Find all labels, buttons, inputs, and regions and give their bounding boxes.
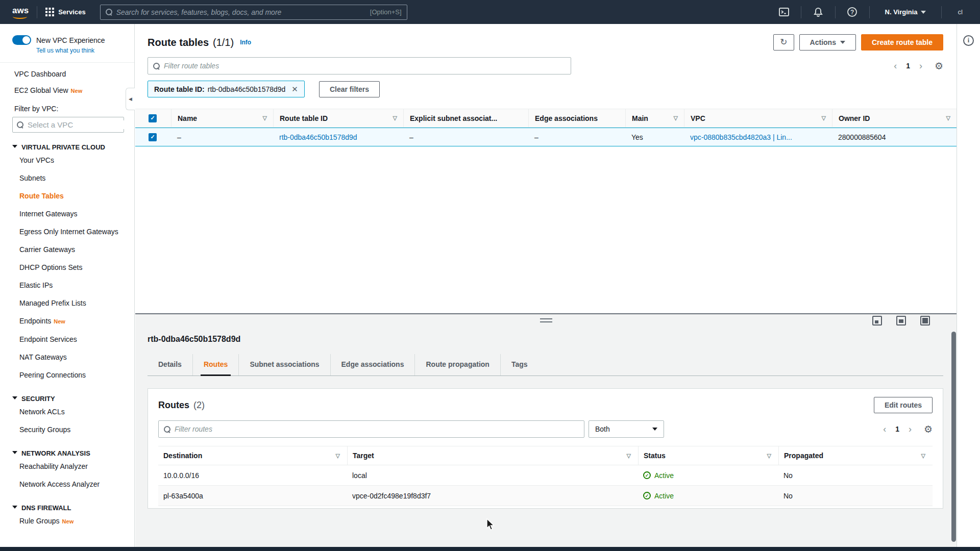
table-row[interactable]: ✓ – rtb-0dba46c50b1578d9d – – Yes vpc-08…	[135, 128, 957, 146]
sidebar-item-egress-only-internet-gateways[interactable]: Egress Only Internet Gateways	[0, 223, 134, 241]
sidebar-item-peering-connections[interactable]: Peering Connections	[0, 366, 134, 384]
sidebar-item-nat-gateways[interactable]: NAT Gateways	[0, 348, 134, 366]
routes-table: Destination▽ Target▽ Status▽ Propagated▽…	[158, 446, 933, 506]
sidebar-item-network-access-analyzer[interactable]: Network Access Analyzer	[0, 475, 134, 493]
sidebar-item-internet-gateways[interactable]: Internet Gateways	[0, 205, 134, 223]
tab-routes[interactable]: Routes	[192, 354, 238, 375]
sidebar-item-endpoint-services[interactable]: Endpoint Services	[0, 331, 134, 348]
sort-icon[interactable]: ▽	[921, 453, 925, 459]
chevron-down-icon	[12, 506, 17, 509]
info-icon[interactable]: i	[963, 35, 974, 46]
sidebar-item-dhcp-options-sets[interactable]: DHCP Options Sets	[0, 259, 134, 277]
remove-filter-icon[interactable]: ✕	[291, 85, 298, 94]
routes-filter[interactable]	[158, 420, 584, 438]
cell-target-link[interactable]: vpce-0d2fc498e19f8d3f7	[347, 492, 638, 500]
sidebar-item-managed-prefix-lists[interactable]: Managed Prefix Lists	[0, 294, 134, 312]
sort-icon[interactable]: ▽	[263, 115, 267, 121]
detail-tabs: Details Routes Subnet associations Edge …	[148, 354, 943, 376]
routes-filter-input[interactable]	[175, 425, 579, 433]
sort-icon[interactable]: ▽	[767, 453, 771, 459]
sidebar-collapse-button[interactable]: ◀	[126, 88, 135, 110]
sidebar-item-carrier-gateways[interactable]: Carrier Gateways	[0, 241, 134, 259]
cell-destination: 10.0.0.0/16	[158, 471, 347, 480]
sidebar-item-route-tables[interactable]: Route Tables	[0, 187, 134, 205]
sidebar-item-subnets[interactable]: Subnets	[0, 169, 134, 187]
row-checkbox[interactable]: ✓	[149, 133, 157, 141]
settings-gear-icon[interactable]: ⚙	[935, 60, 943, 72]
sidebar-item-elastic-ips[interactable]: Elastic IPs	[0, 277, 134, 294]
region-selector[interactable]: N. Virginia	[878, 8, 933, 16]
previous-page-button[interactable]: ‹	[894, 62, 897, 69]
feedback-link[interactable]: Tell us what you think	[36, 47, 134, 54]
sidebar-item-ec2-global-view[interactable]: EC2 Global ViewNew	[0, 82, 134, 98]
sidebar-section-header[interactable]: NETWORK ANALYSIS	[0, 449, 134, 458]
help-icon[interactable]: ?	[844, 7, 861, 17]
sort-icon[interactable]: ▽	[674, 115, 678, 121]
layout-bottom-panel-icon[interactable]	[872, 316, 882, 325]
route-tables-filter[interactable]	[148, 57, 571, 74]
route-tables-filter-input[interactable]	[164, 62, 566, 70]
tab-route-propagation[interactable]: Route propagation	[414, 354, 500, 375]
global-search[interactable]: [Option+S]	[100, 5, 407, 20]
aws-logo[interactable]: aws	[12, 6, 29, 19]
create-route-table-button[interactable]: Create route table	[861, 34, 943, 51]
cell-edge-associations: –	[528, 133, 625, 141]
notifications-bell-icon[interactable]	[810, 7, 827, 17]
edit-routes-button[interactable]: Edit routes	[874, 397, 933, 413]
sidebar-item-rule-groups[interactable]: Rule GroupsNew	[0, 512, 134, 531]
splitter-drag-handle[interactable]	[540, 318, 552, 322]
sidebar-item-endpoints[interactable]: EndpointsNew	[0, 312, 134, 331]
panel-splitter	[135, 313, 957, 327]
sort-icon[interactable]: ▽	[393, 115, 397, 121]
sidebar-item-security-groups[interactable]: Security Groups	[0, 421, 134, 439]
vpc-select-input[interactable]	[28, 120, 129, 129]
sidebar-item-network-acls[interactable]: Network ACLs	[0, 403, 134, 421]
detail-panel: rtb-0dba46c50b1578d9d Details Routes Sub…	[135, 327, 957, 547]
sort-icon[interactable]: ▽	[946, 115, 950, 121]
sidebar-section-header[interactable]: DNS FIREWALL	[0, 504, 134, 512]
previous-page-button[interactable]: ‹	[883, 425, 886, 433]
sort-icon[interactable]: ▽	[336, 453, 340, 459]
next-page-button[interactable]: ›	[919, 62, 922, 69]
refresh-button[interactable]: ↻	[773, 34, 794, 51]
sidebar-section-header[interactable]: VIRTUAL PRIVATE CLOUD	[0, 143, 134, 152]
sidebar-item-reachability-analyzer[interactable]: Reachability Analyzer	[0, 458, 134, 475]
chevron-down-icon	[12, 145, 17, 148]
cloudshell-icon[interactable]	[775, 8, 793, 16]
global-search-input[interactable]	[116, 8, 370, 16]
layout-full-panel-icon[interactable]	[920, 316, 930, 325]
new-vpc-experience-toggle[interactable]	[12, 35, 31, 45]
tab-tags[interactable]: Tags	[500, 354, 538, 375]
cell-destination-link[interactable]: pl-63a5400a	[158, 492, 347, 500]
tab-details[interactable]: Details	[148, 354, 192, 375]
sidebar: New VPC Experience Tell us what you thin…	[0, 24, 135, 547]
select-all-checkbox[interactable]: ✓	[149, 114, 157, 122]
sidebar-item-vpc-dashboard[interactable]: VPC Dashboard	[0, 66, 134, 82]
scrollbar-thumb[interactable]	[951, 332, 956, 542]
clear-filters-button[interactable]: Clear filters	[319, 81, 380, 97]
sort-icon[interactable]: ▽	[822, 115, 826, 121]
page-number[interactable]: 1	[906, 62, 910, 70]
cell-status: ✓ Active	[638, 492, 778, 500]
sidebar-item-your-vpcs[interactable]: Your VPCs	[0, 152, 134, 169]
routes-scope-select[interactable]: Both	[589, 420, 664, 438]
vpc-select[interactable]	[12, 117, 124, 133]
table-row[interactable]: pl-63a5400a vpce-0d2fc498e19f8d3f7 ✓ Act…	[158, 486, 933, 506]
layout-split-panel-icon[interactable]	[896, 316, 906, 325]
actions-button[interactable]: Actions	[799, 34, 856, 51]
table-row[interactable]: 10.0.0.0/16 local ✓ Active No	[158, 465, 933, 486]
account-menu[interactable]: cl	[950, 8, 971, 16]
services-menu-button[interactable]: Services	[45, 8, 86, 16]
cell-route-table-id-link[interactable]: rtb-0dba46c50b1578d9d	[273, 133, 403, 141]
cell-target: local	[347, 471, 638, 480]
tab-subnet-associations[interactable]: Subnet associations	[238, 354, 330, 375]
settings-gear-icon[interactable]: ⚙	[924, 423, 933, 435]
page-number[interactable]: 1	[895, 425, 899, 433]
info-link[interactable]: Info	[240, 39, 251, 46]
sidebar-section-header[interactable]: SECURITY	[0, 394, 134, 403]
next-page-button[interactable]: ›	[909, 425, 912, 433]
scrollbar[interactable]	[951, 330, 956, 544]
cell-vpc-link[interactable]: vpc-0880b835cbd4820a3 | Lin...	[684, 133, 832, 141]
tab-edge-associations[interactable]: Edge associations	[330, 354, 415, 375]
sort-icon[interactable]: ▽	[627, 453, 631, 459]
